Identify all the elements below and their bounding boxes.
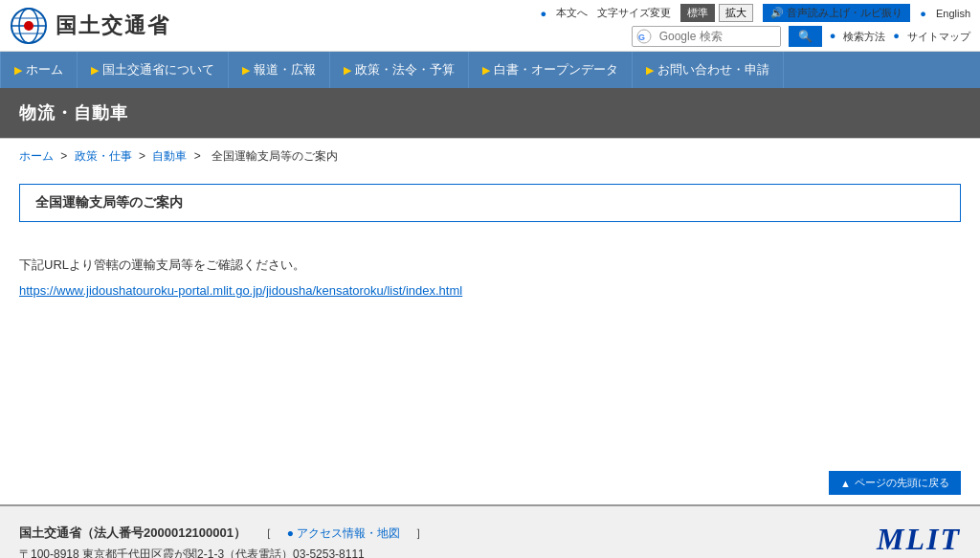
svg-text:G: G: [638, 33, 645, 42]
breadcrumb-current: 全国運輸支局等のご案内: [212, 149, 338, 163]
content-box-title: 全国運輸支局等のご案内: [35, 194, 183, 210]
search-button[interactable]: 🔍: [789, 26, 822, 47]
nav-about[interactable]: ▶ 国土交通省について: [78, 52, 229, 88]
font-standard-btn[interactable]: 標準: [680, 4, 715, 22]
page-title: 物流・自動車: [19, 103, 128, 123]
footer-org-name: 国土交通省（法人番号2000012100001）: [19, 525, 246, 540]
breadcrumb-policy[interactable]: 政策・仕事: [75, 149, 132, 163]
font-size-label: 文字サイズ変更: [597, 6, 671, 20]
content-link: https://www.jidoushatouroku-portal.mlit.…: [19, 283, 961, 298]
nav-contact-label: お問い合わせ・申請: [657, 61, 769, 78]
portal-link[interactable]: https://www.jidoushatouroku-portal.mlit.…: [19, 283, 462, 298]
dot-english: ●: [920, 8, 926, 19]
back-to-top-wrapper: ▲ ページの先頭に戻る: [0, 461, 980, 504]
footer-access-link[interactable]: アクセス情報・地図: [297, 526, 400, 540]
nav-policy[interactable]: ▶ 政策・法令・予算: [330, 52, 469, 88]
search-method-link[interactable]: 検索方法: [843, 30, 885, 44]
svg-point-5: [24, 21, 33, 31]
footer-right: MLIT Ministry of Land, Infrastructure, T…: [731, 522, 961, 558]
breadcrumb-vehicle[interactable]: 自動車: [152, 149, 187, 163]
speaker-label: 音声読み上げ・ルビ振り: [787, 6, 902, 20]
nav-contact[interactable]: ▶ お問い合わせ・申請: [633, 52, 784, 88]
google-icon: G: [636, 29, 652, 44]
back-to-top-button[interactable]: ▲ ページの先頭に戻る: [829, 471, 961, 495]
nav-news[interactable]: ▶ 報道・広報: [229, 52, 330, 88]
main-content: 全国運輸支局等のご案内 下記URLより管轄の運輸支局等をご確認ください。 htt…: [0, 174, 980, 461]
font-large-btn[interactable]: 拡大: [719, 4, 753, 22]
footer-left: 国土交通省（法人番号2000012100001） ［ ● アクセス情報・地図 ］…: [19, 522, 427, 558]
nav-whitepaper[interactable]: ▶ 白書・オープンデータ: [469, 52, 633, 88]
logo-area: 国土交通省: [10, 7, 170, 45]
mlit-logo-text: MLIT: [877, 522, 961, 556]
speaker-btn[interactable]: 🔊 音声読み上げ・ルビ振り: [763, 4, 910, 22]
breadcrumb-sep-1: >: [60, 149, 70, 163]
search-bar: G 🔍 ● 検索方法 ● サイトマップ: [632, 26, 970, 47]
content-box: 全国運輸支局等のご案内: [19, 184, 961, 222]
nav-arrow-news: ▶: [242, 64, 250, 77]
nav-whitepaper-label: 白書・オープンデータ: [494, 61, 618, 78]
search-input[interactable]: [656, 27, 780, 46]
footer-org-line: 国土交通省（法人番号2000012100001） ［ ● アクセス情報・地図 ］: [19, 522, 427, 545]
nav-bar: ▶ ホーム ▶ 国土交通省について ▶ 報道・広報 ▶ 政策・法令・予算 ▶ 白…: [0, 52, 980, 88]
dot-sitemap: ●: [893, 30, 900, 44]
mlit-logo: MLIT: [731, 522, 961, 557]
breadcrumb-sep-3: >: [194, 149, 204, 163]
nav-news-label: 報道・広報: [254, 61, 316, 78]
search-icon: 🔍: [798, 30, 813, 43]
breadcrumb: ホーム > 政策・仕事 > 自動車 > 全国運輸支局等のご案内: [0, 139, 980, 174]
footer-address: 〒100-8918 東京都千代田区霞が関2-1-3（代表電話）03-5253-8…: [19, 545, 427, 558]
breadcrumb-sep-2: >: [139, 149, 148, 163]
page-title-bar: 物流・自動車: [0, 88, 980, 138]
search-wrapper: G: [632, 26, 781, 47]
logo-text: 国土交通省: [56, 11, 170, 40]
nav-home-label: ホーム: [26, 61, 63, 78]
header: 国土交通省 ● 本文へ 文字サイズ変更 標準 拡大 🔊 音声読み上げ・ルビ振り …: [0, 0, 980, 52]
nav-arrow-whitepaper: ▶: [482, 64, 490, 77]
nav-arrow-policy: ▶: [344, 64, 351, 77]
nav-arrow-home: ▶: [14, 64, 22, 77]
back-to-top-label: ページの先頭に戻る: [855, 476, 949, 490]
footer-bracket-open: ［: [249, 526, 283, 540]
dot-search-method: ●: [830, 30, 836, 44]
footer-bracket-close: ］: [404, 526, 427, 540]
content-description: 下記URLより管轄の運輸支局等をご確認ください。: [19, 241, 961, 283]
footer: 国土交通省（法人番号2000012100001） ［ ● アクセス情報・地図 ］…: [0, 504, 980, 558]
nav-arrow-about: ▶: [91, 64, 99, 77]
header-right: ● 本文へ 文字サイズ変更 標準 拡大 🔊 音声読み上げ・ルビ振り ● Engl…: [541, 4, 970, 47]
dot-access: ●: [287, 526, 294, 540]
breadcrumb-home[interactable]: ホーム: [19, 149, 54, 163]
search-links: ● 検索方法 ● サイトマップ: [830, 30, 970, 44]
nav-about-label: 国土交通省について: [102, 61, 214, 78]
top-links: ● 本文へ 文字サイズ変更 標準 拡大 🔊 音声読み上げ・ルビ振り ● Engl…: [541, 4, 970, 22]
back-to-top-icon: ▲: [840, 478, 851, 489]
nav-policy-label: 政策・法令・予算: [355, 61, 455, 78]
dot-honbun: ●: [541, 8, 547, 19]
honbun-link[interactable]: 本文へ: [556, 6, 588, 20]
nav-arrow-contact: ▶: [646, 64, 654, 77]
english-link[interactable]: English: [936, 8, 970, 19]
logo-icon: [10, 7, 48, 45]
speaker-icon: 🔊: [770, 7, 784, 19]
nav-home[interactable]: ▶ ホーム: [0, 52, 78, 88]
font-size-buttons: 標準 拡大: [680, 4, 753, 22]
sitemap-link[interactable]: サイトマップ: [907, 30, 970, 44]
